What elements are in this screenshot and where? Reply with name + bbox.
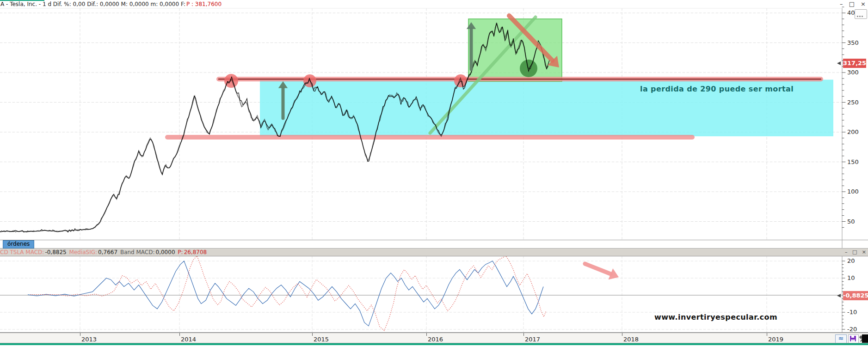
price-marker-arrow-icon (837, 61, 841, 65)
year-label: 2013 (81, 336, 97, 343)
time-axis: 2013201420152016201720182019 ≈ (0, 333, 868, 344)
watermark-text: www.invertiryespecular.com (654, 313, 777, 322)
text-segment: P : 381,7600 (186, 1, 222, 7)
chart-canvas[interactable] (0, 0, 868, 346)
chart-annotation-text: la perdida de 290 puede ser mortal (640, 85, 794, 93)
chart-properties-icon[interactable] (855, 9, 867, 19)
year-tick (312, 333, 313, 336)
visual-chart-window: { "window": { "accent_color": "#14a37f",… (0, 0, 868, 346)
year-label: 2014 (181, 336, 196, 343)
text-segment: 0,0000 (156, 249, 175, 255)
minimize-icon[interactable]: – (845, 249, 848, 255)
text-segment: A - Tesla, Inc. - 1 d Dif. %: 0,00 Dif.:… (0, 1, 185, 7)
close-icon[interactable]: × (861, 0, 866, 7)
text-segment: -0,8825 (45, 249, 66, 255)
axis-tick-label: 50 (847, 218, 855, 225)
axis-tick-label: 10 (847, 274, 855, 281)
compress-chart-icon[interactable]: ≈ (835, 334, 847, 343)
year-tick (767, 333, 767, 336)
text-segment: MediaSIG: (68, 249, 97, 255)
last-price-tag: 317,25 (843, 59, 866, 68)
orders-tab[interactable]: órdenes (3, 240, 34, 249)
year-tick (179, 333, 180, 336)
text-segment: Band MACD: (118, 249, 154, 255)
text-segment: CD TSLA MACD: (0, 249, 44, 255)
macd-indicator-header: CD TSLA MACD:-0,8825 MediaSIG:0,7667 Ban… (0, 248, 868, 256)
timeline-scrollbar[interactable] (0, 343, 868, 345)
axis-tick-label: 200 (847, 128, 859, 135)
minimize-icon[interactable]: – (840, 0, 843, 7)
text-segment: 0,7667 (98, 249, 117, 255)
macd-value-tag: -0,8825 (843, 291, 868, 300)
year-label: 2017 (525, 336, 540, 343)
fullscreen-square-icon[interactable] (862, 334, 868, 343)
maximize-icon[interactable]: □ (852, 249, 857, 255)
macd-marker-arrow-icon (837, 294, 841, 297)
text-segment: 26,8708 (184, 249, 207, 255)
axis-tick-label: 150 (847, 158, 859, 165)
axis-tick-label: -10 (847, 309, 857, 316)
save-icon[interactable] (848, 334, 859, 343)
instrument-header: A - Tesla, Inc. - 1 d Dif. %: 0,00 Dif.:… (0, 1, 222, 8)
year-tick (622, 333, 622, 336)
axis-tick-label: 100 (847, 188, 859, 195)
macd-window-controls: – □ × (842, 249, 866, 256)
year-label: 2016 (428, 336, 443, 343)
maximize-icon[interactable]: □ (849, 0, 855, 7)
window-controls: – □ × (836, 0, 866, 7)
axis-tick-label: -20 (847, 326, 857, 333)
text-segment: P: (176, 249, 183, 255)
year-tick (523, 333, 524, 336)
axis-tick-label: 20 (847, 257, 855, 264)
year-label: 2019 (768, 336, 783, 343)
year-tick (426, 333, 427, 336)
close-icon[interactable]: × (862, 249, 866, 255)
axis-tick-label: 250 (847, 99, 859, 106)
axis-tick-label: 350 (847, 39, 859, 46)
year-label: 2015 (314, 336, 329, 343)
axis-tick-label: 300 (847, 69, 859, 76)
year-tick (80, 333, 80, 336)
year-label: 2018 (623, 336, 639, 343)
